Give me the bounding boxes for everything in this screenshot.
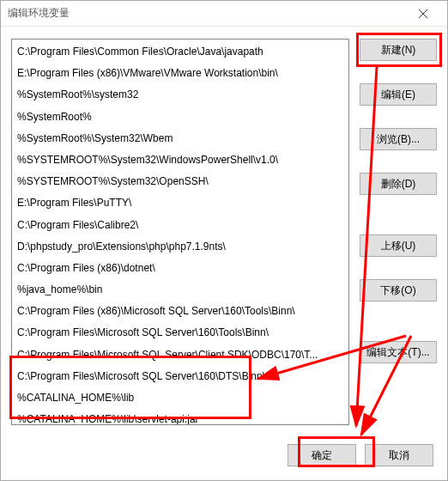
cancel-button[interactable]: 取消 xyxy=(365,444,433,466)
list-item[interactable]: C:\Program Files (x86)\dotnet\ xyxy=(12,258,348,279)
movedown-button[interactable]: 下移(O) xyxy=(360,279,437,301)
delete-button[interactable]: 删除(D) xyxy=(360,173,437,195)
list-item[interactable]: %SystemRoot% xyxy=(12,107,348,128)
list-item[interactable]: %SYSTEMROOT%\System32\OpenSSH\ xyxy=(12,171,348,192)
list-item[interactable]: %CATALINA_HOME%\lib xyxy=(12,387,348,409)
list-item[interactable]: %SYSTEMROOT%\System32\WindowsPowerShell\… xyxy=(12,149,348,171)
window-title: 编辑环境变量 xyxy=(8,6,406,21)
list-item[interactable]: C:\Program Files\Microsoft SQL Server\16… xyxy=(12,366,348,387)
list-item[interactable]: D:\phpstudy_pro\Extensions\php\php7.1.9n… xyxy=(12,236,348,258)
button-column: 新建(N) 编辑(E) 浏览(B)... 删除(D) 上移(U) 下移(O) 编… xyxy=(360,39,437,430)
list-item[interactable]: C:\Program Files\Calibre2\ xyxy=(12,215,348,236)
close-icon xyxy=(419,9,427,18)
browse-button[interactable]: 浏览(B)... xyxy=(360,128,437,150)
list-item[interactable]: %CATALINA_HOME%\lib\servlet-api.jar xyxy=(12,409,348,425)
moveup-button[interactable]: 上移(U) xyxy=(360,234,437,257)
list-item[interactable]: C:\Program Files\Microsoft SQL Server\16… xyxy=(12,322,348,344)
list-item[interactable]: %java_home%\bin xyxy=(12,279,348,301)
dialog-window: 编辑环境变量 C:\Program Files\Common Files\Ora… xyxy=(0,0,448,481)
edit-button[interactable]: 编辑(E) xyxy=(360,83,437,106)
list-item[interactable]: E:\Program Files (x86)\VMware\VMware Wor… xyxy=(12,63,348,84)
close-button[interactable] xyxy=(406,2,440,26)
list-item[interactable]: C:\Program Files\Common Files\Oracle\Jav… xyxy=(12,41,348,63)
list-item[interactable]: %SystemRoot%\system32 xyxy=(12,84,348,106)
path-listbox[interactable]: C:\Program Files\Common Files\Oracle\Jav… xyxy=(11,39,349,425)
dialog-footer: 确定 取消 xyxy=(1,439,447,480)
list-item[interactable]: %SystemRoot%\System32\Wbem xyxy=(12,128,348,149)
titlebar: 编辑环境变量 xyxy=(1,1,447,27)
list-item[interactable]: C:\Program Files\Microsoft SQL Server\Cl… xyxy=(12,344,348,366)
edittext-button[interactable]: 编辑文本(T)... xyxy=(360,341,437,363)
new-button[interactable]: 新建(N) xyxy=(360,39,437,61)
list-container: C:\Program Files\Common Files\Oracle\Jav… xyxy=(11,39,349,430)
ok-button[interactable]: 确定 xyxy=(288,444,356,466)
content-area: C:\Program Files\Common Files\Oracle\Jav… xyxy=(1,27,447,439)
list-item[interactable]: E:\Program Files\PuTTY\ xyxy=(12,192,348,214)
list-item[interactable]: C:\Program Files (x86)\Microsoft SQL Ser… xyxy=(12,301,348,322)
